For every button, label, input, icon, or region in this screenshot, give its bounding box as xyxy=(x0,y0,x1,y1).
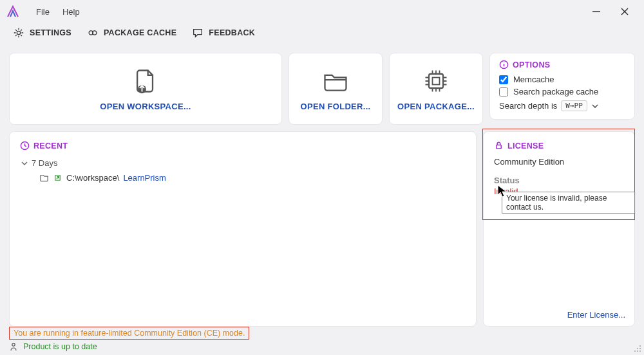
open-external-icon xyxy=(53,173,62,183)
license-status-label: Status xyxy=(494,176,624,185)
chevron-down-icon xyxy=(21,160,28,167)
update-status-text: Product is up to date xyxy=(23,342,97,351)
search-depth-row[interactable]: Search depth is W→PP xyxy=(499,100,625,111)
svg-point-15 xyxy=(639,345,641,347)
recent-item[interactable]: C:\workspace\LearnPrism xyxy=(39,173,466,183)
svg-rect-7 xyxy=(429,74,443,88)
search-depth-value: W→PP xyxy=(561,100,587,111)
memcache-checkbox-row[interactable]: Memcache xyxy=(499,75,625,84)
open-package-label: OPEN PACKAGE... xyxy=(397,102,475,111)
recent-group-toggle[interactable]: 7 Days xyxy=(21,158,466,168)
ce-mode-banner: You are running in feature-limited Commu… xyxy=(9,327,249,340)
toolbar: SETTINGS PACKAGE CACHE FEEDBACK xyxy=(0,23,644,45)
feedback-button[interactable]: FEEDBACK xyxy=(192,27,255,39)
package-cache-button[interactable]: PACKAGE CACHE xyxy=(87,27,176,39)
menu-help[interactable]: Help xyxy=(56,5,86,19)
recent-panel: RECENT 7 Days C:\workspace\LearnPrism xyxy=(9,131,477,327)
feedback-label: FEEDBACK xyxy=(209,28,255,37)
search-pkg-cache-label: Search package cache xyxy=(513,87,598,96)
options-title: OPTIONS xyxy=(513,60,550,69)
file-upload-icon xyxy=(131,67,160,95)
svg-point-16 xyxy=(639,348,641,349)
package-cache-icon xyxy=(87,27,99,39)
license-edition: Community Edition xyxy=(494,157,624,167)
clock-icon xyxy=(20,141,30,150)
menu-file[interactable]: File xyxy=(30,5,56,19)
options-column: OPTIONS Memcache Search package cache Se… xyxy=(489,53,635,125)
minimize-icon xyxy=(592,7,601,16)
content-area: OPEN WORKSPACE... OPEN FOLDER... OPEN PA… xyxy=(9,53,635,327)
feedback-icon xyxy=(192,27,204,39)
license-panel: LICENSE Community Edition Status Invalid… xyxy=(483,131,635,327)
svg-point-17 xyxy=(639,350,641,352)
settings-button[interactable]: SETTINGS xyxy=(13,27,71,39)
gear-icon xyxy=(13,27,24,39)
statusbar: You are running in feature-limited Commu… xyxy=(9,327,635,351)
recent-item-link[interactable]: LearnPrism xyxy=(123,173,166,183)
options-panel: OPTIONS Memcache Search package cache Se… xyxy=(489,53,635,120)
package-cache-label: PACKAGE CACHE xyxy=(104,28,176,37)
enter-license-link[interactable]: Enter License... xyxy=(567,310,625,320)
open-workspace-label: OPEN WORKSPACE... xyxy=(100,102,191,111)
primary-action-row: OPEN WORKSPACE... OPEN FOLDER... OPEN PA… xyxy=(9,53,635,125)
recent-item-path: C:\workspace\ xyxy=(66,173,119,183)
chevron-down-icon xyxy=(591,102,599,110)
update-status-row: Product is up to date xyxy=(9,342,635,351)
close-icon xyxy=(620,7,629,16)
svg-point-19 xyxy=(637,350,638,352)
search-pkg-cache-checkbox[interactable] xyxy=(499,87,508,96)
memcache-label: Memcache xyxy=(513,75,554,84)
license-title: LICENSE xyxy=(507,141,544,150)
info-icon xyxy=(499,60,509,69)
open-workspace-card[interactable]: OPEN WORKSPACE... xyxy=(9,53,282,125)
open-folder-label: OPEN FOLDER... xyxy=(301,102,371,111)
open-package-card[interactable]: OPEN PACKAGE... xyxy=(389,53,483,125)
settings-label: SETTINGS xyxy=(30,28,71,37)
recent-title: RECENT xyxy=(33,141,68,150)
search-pkg-cache-checkbox-row[interactable]: Search package cache xyxy=(499,87,625,96)
titlebar: File Help xyxy=(0,0,644,23)
folder-small-icon xyxy=(39,173,49,183)
chip-icon xyxy=(422,67,450,95)
open-folder-card[interactable]: OPEN FOLDER... xyxy=(289,53,383,125)
lower-row: RECENT 7 Days C:\workspace\LearnPrism LI… xyxy=(9,131,635,327)
lock-icon xyxy=(494,141,504,150)
memcache-checkbox[interactable] xyxy=(499,75,508,84)
svg-point-20 xyxy=(634,350,636,352)
svg-point-14 xyxy=(12,343,15,346)
app-logo-icon xyxy=(5,4,21,19)
search-depth-prefix: Search depth is xyxy=(499,101,557,111)
resize-grip-icon[interactable] xyxy=(632,343,641,352)
folder-icon xyxy=(321,67,350,95)
minimize-button[interactable] xyxy=(582,3,611,21)
person-icon xyxy=(9,342,18,351)
close-button[interactable] xyxy=(611,3,639,21)
svg-rect-13 xyxy=(497,145,502,149)
svg-point-3 xyxy=(17,31,20,34)
recent-group-label: 7 Days xyxy=(32,158,57,168)
svg-rect-8 xyxy=(433,77,440,84)
license-tooltip: Your license is invalid, please contact … xyxy=(502,192,635,214)
svg-point-18 xyxy=(637,348,638,349)
